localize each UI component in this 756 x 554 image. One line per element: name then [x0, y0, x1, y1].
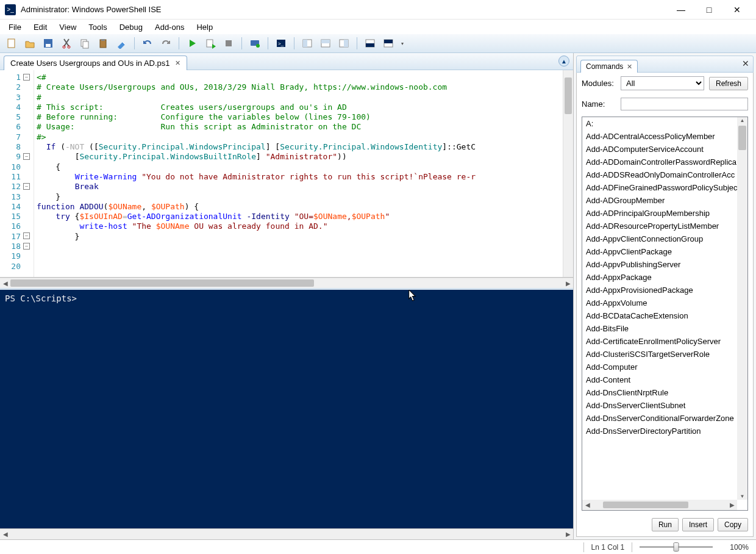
editor-tab-label: Create Users Usergroups and OUs in AD.ps… [10, 59, 170, 68]
new-icon[interactable] [4, 36, 20, 51]
svg-rect-24 [384, 40, 393, 43]
command-item[interactable]: Add-Computer [582, 361, 737, 373]
fold-toggle[interactable]: − [23, 232, 30, 239]
command-item[interactable]: Add-BCDataCacheExtension [582, 309, 737, 322]
toolbar-overflow-icon[interactable]: ▾ [399, 36, 406, 51]
editor-tab-active[interactable]: Create Users Usergroups and OUs in AD.ps… [4, 56, 187, 70]
close-button[interactable]: ✕ [723, 1, 751, 18]
close-icon[interactable]: ✕ [175, 59, 180, 67]
svg-rect-22 [366, 43, 374, 47]
console-prompt: PS C:\Scripts> [5, 293, 77, 303]
refresh-button[interactable]: Refresh [709, 77, 748, 90]
maximize-button[interactable]: □ [695, 1, 723, 18]
menu-edit[interactable]: Edit [27, 21, 53, 33]
command-item[interactable]: Add-Content [582, 373, 737, 386]
minimize-button[interactable]: ― [667, 1, 695, 18]
console-icon[interactable]: >_ [273, 36, 289, 51]
redo-icon[interactable] [158, 36, 174, 51]
command-item[interactable]: Add-BitsFile [582, 322, 737, 335]
command-item[interactable]: Add-ADComputerServiceAccount [582, 143, 737, 156]
commands-tab[interactable]: Commands ✕ [580, 60, 638, 73]
editor-vscrollbar[interactable] [563, 70, 573, 277]
commands-hscrollbar[interactable]: ◀ ▶ [582, 500, 737, 510]
command-item[interactable]: Add-DnsServerDirectoryPartition [582, 425, 737, 437]
copy-button[interactable]: Copy [718, 518, 748, 531]
svg-rect-16 [303, 40, 307, 47]
command-item[interactable]: Add-AppxPackage [582, 271, 737, 284]
command-item[interactable]: Add-ADFineGrainedPasswordPolicySubjec [582, 181, 737, 194]
fold-toggle[interactable]: − [23, 153, 30, 160]
undo-icon[interactable] [140, 36, 155, 51]
paste-icon[interactable] [95, 36, 111, 51]
command-item[interactable]: Add-DnsServerClientSubnet [582, 399, 737, 412]
copy-icon[interactable] [77, 36, 93, 51]
command-item[interactable]: Add-AppvPublishingServer [582, 258, 737, 271]
command-item[interactable]: Add-AppvClientPackage [582, 245, 737, 258]
panes-2-icon[interactable] [318, 36, 333, 51]
svg-rect-20 [344, 40, 348, 47]
command-item[interactable]: Add-ADCentralAccessPolicyMember [582, 130, 737, 143]
titlebar: >_ Administrator: Windows PowerShell ISE… [0, 0, 756, 20]
layout-b-icon[interactable] [380, 36, 396, 51]
run-button[interactable]: Run [652, 518, 679, 531]
command-item[interactable]: Add-CertificateEnrollmentPolicyServer [582, 335, 737, 348]
command-item[interactable]: Add-ClusteriSCSITargetServerRole [582, 348, 737, 361]
name-input[interactable] [621, 98, 748, 110]
command-item[interactable]: Add-AppxProvisionedPackage [582, 284, 737, 297]
menu-add-ons[interactable]: Add-ons [149, 21, 190, 33]
insert-button[interactable]: Insert [682, 518, 714, 531]
command-item[interactable]: Add-AppvClientConnectionGroup [582, 232, 737, 245]
open-icon[interactable] [22, 36, 38, 51]
commands-list[interactable]: A:Add-ADCentralAccessPolicyMemberAdd-ADC… [582, 117, 748, 511]
cursor-position: Ln 1 Col 1 [591, 543, 625, 552]
panes-3-icon[interactable] [336, 36, 352, 51]
console-hscrollbar[interactable]: ◀ ▶ [0, 529, 573, 539]
fold-toggle[interactable]: − [23, 243, 30, 250]
mouse-cursor-icon [408, 290, 418, 303]
remote-icon[interactable] [247, 36, 263, 51]
command-item[interactable]: Add-ADResourcePropertyListMember [582, 220, 737, 232]
clear-icon[interactable] [113, 36, 129, 51]
command-item[interactable]: Add-DnsServerConditionalForwarderZone [582, 412, 737, 425]
fold-toggle[interactable]: − [23, 183, 30, 190]
menu-file[interactable]: File [2, 21, 27, 33]
commands-vscrollbar[interactable] [737, 117, 747, 500]
console[interactable]: PS C:\Scripts> [0, 288, 573, 529]
cut-icon[interactable] [59, 36, 74, 51]
svg-rect-10 [226, 40, 232, 46]
save-icon[interactable] [40, 36, 56, 51]
panel-close-icon[interactable]: ✕ [742, 59, 749, 68]
editor-content[interactable]: <## Create Users/Usergroups and OUs, 201… [34, 70, 563, 277]
zoom-value: 100% [730, 543, 749, 552]
svg-text:>_: >_ [278, 41, 284, 46]
svg-point-12 [256, 44, 260, 48]
command-item[interactable]: A: [582, 117, 737, 130]
layout-a-icon[interactable] [362, 36, 378, 51]
menu-view[interactable]: View [53, 21, 82, 33]
fold-toggle[interactable]: − [23, 74, 30, 81]
tab-scroll-up[interactable]: ▲ [558, 56, 569, 67]
command-item[interactable]: Add-ADDSReadOnlyDomainControllerAcc [582, 168, 737, 181]
editor-hscrollbar[interactable]: ◀ ▶ [0, 278, 573, 288]
run-icon[interactable] [184, 36, 200, 51]
close-icon[interactable]: ✕ [627, 63, 632, 71]
commands-tab-label: Commands [586, 62, 623, 71]
command-item[interactable]: Add-AppxVolume [582, 297, 737, 309]
command-item[interactable]: Add-ADGroupMember [582, 194, 737, 207]
svg-rect-18 [321, 40, 330, 43]
run-selection-icon[interactable] [202, 36, 218, 51]
zoom-slider[interactable] [640, 546, 713, 548]
menu-debug[interactable]: Debug [113, 21, 149, 33]
menubar: FileEditViewToolsDebugAdd-onsHelp [0, 20, 756, 34]
code-editor[interactable]: 1−23456789−101112−1314151617−18−1920 <##… [0, 70, 573, 278]
stop-icon[interactable] [221, 36, 237, 51]
menu-tools[interactable]: Tools [82, 21, 113, 33]
command-item[interactable]: Add-ADPrincipalGroupMembership [582, 207, 737, 220]
svg-rect-0 [8, 39, 15, 48]
modules-select[interactable]: All [621, 76, 704, 90]
command-item[interactable]: Add-ADDomainControllerPasswordReplica [582, 156, 737, 168]
menu-help[interactable]: Help [190, 21, 219, 33]
name-label: Name: [582, 99, 616, 109]
panes-1-icon[interactable] [299, 36, 315, 51]
command-item[interactable]: Add-DnsClientNrptRule [582, 386, 737, 399]
